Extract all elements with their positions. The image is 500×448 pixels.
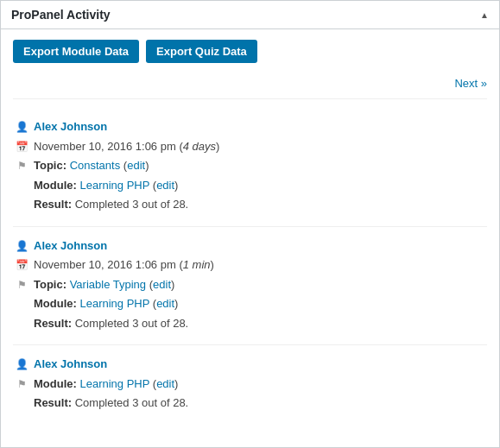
result-label: Result: <box>34 317 72 330</box>
propanel-widget: ProPanel Activity ▲ Export Module Data E… <box>0 0 500 448</box>
flag-icon: ⚑ <box>13 277 30 293</box>
result-row: Result: Completed 3 out of 28. <box>13 315 487 332</box>
module-label: Module: <box>34 297 77 310</box>
duration-text: 1 min <box>183 258 211 271</box>
module-row: Module: Learning PHP (edit) <box>13 295 487 312</box>
person-icon: 👤 <box>13 238 30 254</box>
module-link[interactable]: Learning PHP <box>79 377 149 390</box>
pagination-bar: Next » <box>13 73 487 99</box>
topic-edit-link[interactable]: edit <box>127 159 145 172</box>
module-row: ⚑ Module: Learning PHP (edit) <box>13 375 487 393</box>
module-label: Module: <box>34 377 77 390</box>
calendar-icon: 📅 <box>13 139 30 155</box>
result-text: Completed 3 out of 28. <box>75 317 189 330</box>
module-edit-link[interactable]: edit <box>156 297 174 310</box>
export-quiz-button[interactable]: Export Quiz Data <box>146 40 257 63</box>
topic-label: Topic: <box>34 159 66 172</box>
topic-link[interactable]: Constants <box>70 159 121 172</box>
user-link[interactable]: Alex Johnson <box>34 120 107 133</box>
user-row: 👤 Alex Johnson <box>13 237 487 255</box>
activity-list: 👤 Alex Johnson 📅 November 10, 2016 1:06 … <box>13 108 487 425</box>
result-row: Result: Completed 3 out of 28. <box>13 394 487 412</box>
module-link[interactable]: Learning PHP <box>79 297 149 310</box>
widget-body: Export Module Data Export Quiz Data Next… <box>1 29 499 435</box>
result-text: Completed 3 out of 28. <box>75 198 189 211</box>
user-row: 👤 Alex Johnson <box>13 118 487 136</box>
widget-toggle-icon[interactable]: ▲ <box>480 10 489 20</box>
result-label: Result: <box>34 396 72 409</box>
user-link[interactable]: Alex Johnson <box>34 357 107 370</box>
widget-title: ProPanel Activity <box>11 8 111 22</box>
module-edit-link[interactable]: edit <box>156 179 174 192</box>
topic-edit-link[interactable]: edit <box>153 278 171 291</box>
activity-entry: 👤 Alex Johnson ⚑ Module: Learning PHP (e… <box>13 345 487 425</box>
duration-text: 4 days <box>183 140 216 153</box>
result-row: Result: Completed 3 out of 28. <box>13 196 487 213</box>
flag-icon: ⚑ <box>13 158 30 174</box>
widget-header: ProPanel Activity ▲ <box>1 1 499 29</box>
topic-link[interactable]: Variable Typing <box>70 278 146 291</box>
person-icon: 👤 <box>13 357 30 372</box>
module-link[interactable]: Learning PHP <box>79 179 149 192</box>
topic-row: ⚑ Topic: Constants (edit) <box>13 157 487 174</box>
topic-row: ⚑ Topic: Variable Typing (edit) <box>13 276 487 293</box>
module-row: Module: Learning PHP (edit) <box>13 177 487 194</box>
user-link[interactable]: Alex Johnson <box>34 239 107 252</box>
module-label: Module: <box>34 179 77 192</box>
date-row: 📅 November 10, 2016 1:06 pm (1 min) <box>13 256 487 274</box>
result-text: Completed 3 out of 28. <box>75 396 189 409</box>
date-row: 📅 November 10, 2016 1:06 pm (4 days) <box>13 138 487 155</box>
flag-icon: ⚑ <box>13 376 30 392</box>
export-module-button[interactable]: Export Module Data <box>13 40 139 63</box>
result-label: Result: <box>34 198 72 211</box>
calendar-icon: 📅 <box>13 257 30 273</box>
topic-label: Topic: <box>34 278 66 291</box>
user-row: 👤 Alex Johnson <box>13 356 487 373</box>
module-edit-link[interactable]: edit <box>156 377 174 390</box>
next-page-link[interactable]: Next » <box>454 77 487 90</box>
activity-entry: 👤 Alex Johnson 📅 November 10, 2016 1:06 … <box>13 108 487 227</box>
person-icon: 👤 <box>13 119 30 135</box>
export-buttons-row: Export Module Data Export Quiz Data <box>13 40 487 63</box>
activity-entry: 👤 Alex Johnson 📅 November 10, 2016 1:06 … <box>13 227 487 346</box>
